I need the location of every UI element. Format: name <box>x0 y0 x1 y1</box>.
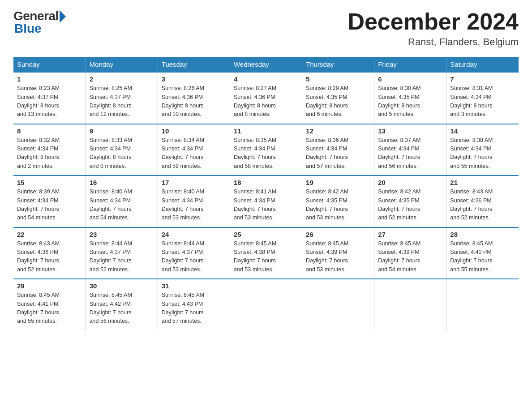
month-title: December 2024 <box>348 9 519 34</box>
calendar-week-row: 29Sunrise: 8:45 AM Sunset: 4:41 PM Dayli… <box>13 279 519 330</box>
day-number: 28 <box>450 231 515 238</box>
day-info: Sunrise: 8:45 AM Sunset: 4:40 PM Dayligh… <box>450 240 515 274</box>
day-of-week-header: Friday <box>374 57 446 72</box>
calendar-week-row: 22Sunrise: 8:43 AM Sunset: 4:36 PM Dayli… <box>13 227 519 279</box>
day-number: 6 <box>378 75 442 83</box>
calendar-day-cell: 5Sunrise: 8:29 AM Sunset: 4:35 PM Daylig… <box>302 72 374 124</box>
day-number: 26 <box>306 231 370 238</box>
calendar-day-cell <box>302 279 374 330</box>
day-number: 20 <box>378 179 442 186</box>
calendar-day-cell: 13Sunrise: 8:37 AM Sunset: 4:34 PM Dayli… <box>374 124 446 176</box>
day-info: Sunrise: 8:32 AM Sunset: 4:34 PM Dayligh… <box>17 136 82 171</box>
day-info: Sunrise: 8:45 AM Sunset: 4:39 PM Dayligh… <box>306 240 370 274</box>
calendar-day-cell <box>230 279 302 330</box>
calendar-day-cell: 10Sunrise: 8:34 AM Sunset: 4:34 PM Dayli… <box>158 124 230 176</box>
day-number: 10 <box>162 127 226 135</box>
calendar-day-cell <box>446 279 519 330</box>
calendar-day-cell: 23Sunrise: 8:44 AM Sunset: 4:37 PM Dayli… <box>86 227 158 279</box>
day-number: 17 <box>162 179 226 186</box>
day-number: 5 <box>306 75 370 83</box>
calendar-day-cell: 6Sunrise: 8:30 AM Sunset: 4:35 PM Daylig… <box>374 72 446 124</box>
day-number: 9 <box>90 127 154 135</box>
calendar-day-cell: 3Sunrise: 8:26 AM Sunset: 4:36 PM Daylig… <box>158 72 230 124</box>
calendar-day-cell: 21Sunrise: 8:43 AM Sunset: 4:36 PM Dayli… <box>446 176 519 227</box>
day-number: 29 <box>17 282 82 290</box>
day-number: 16 <box>90 179 154 186</box>
calendar-day-cell: 27Sunrise: 8:45 AM Sunset: 4:39 PM Dayli… <box>374 227 446 279</box>
day-number: 7 <box>450 75 515 83</box>
day-number: 8 <box>17 127 82 135</box>
day-info: Sunrise: 8:44 AM Sunset: 4:37 PM Dayligh… <box>90 240 154 274</box>
calendar-day-cell: 9Sunrise: 8:33 AM Sunset: 4:34 PM Daylig… <box>86 124 158 176</box>
day-info: Sunrise: 8:40 AM Sunset: 4:34 PM Dayligh… <box>90 188 154 223</box>
day-number: 3 <box>162 75 226 83</box>
calendar-day-cell: 22Sunrise: 8:43 AM Sunset: 4:36 PM Dayli… <box>13 227 86 279</box>
day-number: 13 <box>378 127 442 135</box>
day-number: 19 <box>306 179 370 186</box>
calendar-day-cell: 12Sunrise: 8:36 AM Sunset: 4:34 PM Dayli… <box>302 124 374 176</box>
calendar-day-cell: 14Sunrise: 8:38 AM Sunset: 4:34 PM Dayli… <box>446 124 519 176</box>
day-of-week-header: Sunday <box>13 57 86 72</box>
page-header: General Blue December 2024 Ranst, Flande… <box>13 9 519 48</box>
day-info: Sunrise: 8:31 AM Sunset: 4:34 PM Dayligh… <box>450 84 515 119</box>
day-info: Sunrise: 8:44 AM Sunset: 4:37 PM Dayligh… <box>162 240 226 274</box>
day-number: 21 <box>450 179 515 186</box>
day-number: 11 <box>234 127 298 135</box>
day-info: Sunrise: 8:40 AM Sunset: 4:34 PM Dayligh… <box>162 188 226 223</box>
day-info: Sunrise: 8:43 AM Sunset: 4:36 PM Dayligh… <box>17 240 82 274</box>
calendar-day-cell: 4Sunrise: 8:27 AM Sunset: 4:36 PM Daylig… <box>230 72 302 124</box>
day-info: Sunrise: 8:45 AM Sunset: 4:38 PM Dayligh… <box>234 240 298 274</box>
calendar-day-cell: 1Sunrise: 8:23 AM Sunset: 4:37 PM Daylig… <box>13 72 86 124</box>
calendar-day-cell: 7Sunrise: 8:31 AM Sunset: 4:34 PM Daylig… <box>446 72 519 124</box>
calendar-week-row: 1Sunrise: 8:23 AM Sunset: 4:37 PM Daylig… <box>13 72 519 124</box>
day-number: 15 <box>17 179 82 186</box>
calendar-header-row: SundayMondayTuesdayWednesdayThursdayFrid… <box>13 57 519 72</box>
day-info: Sunrise: 8:26 AM Sunset: 4:36 PM Dayligh… <box>162 84 226 119</box>
day-number: 27 <box>378 231 442 238</box>
logo-arrow-icon <box>60 10 66 23</box>
day-info: Sunrise: 8:39 AM Sunset: 4:34 PM Dayligh… <box>17 188 82 223</box>
day-info: Sunrise: 8:33 AM Sunset: 4:34 PM Dayligh… <box>90 136 154 171</box>
title-section: December 2024 Ranst, Flanders, Belgium <box>348 9 519 48</box>
day-info: Sunrise: 8:45 AM Sunset: 4:43 PM Dayligh… <box>162 291 226 326</box>
calendar-table: SundayMondayTuesdayWednesdayThursdayFrid… <box>13 57 519 330</box>
day-number: 22 <box>17 231 82 238</box>
day-info: Sunrise: 8:36 AM Sunset: 4:34 PM Dayligh… <box>306 136 370 171</box>
day-of-week-header: Monday <box>86 57 158 72</box>
day-number: 25 <box>234 231 298 238</box>
day-of-week-header: Thursday <box>302 57 374 72</box>
day-info: Sunrise: 8:45 AM Sunset: 4:41 PM Dayligh… <box>17 291 82 326</box>
day-number: 4 <box>234 75 298 83</box>
logo-blue-text: Blue <box>14 21 42 36</box>
calendar-day-cell: 18Sunrise: 8:41 AM Sunset: 4:34 PM Dayli… <box>230 176 302 227</box>
logo: General Blue <box>13 9 66 36</box>
day-info: Sunrise: 8:34 AM Sunset: 4:34 PM Dayligh… <box>162 136 226 171</box>
calendar-day-cell: 16Sunrise: 8:40 AM Sunset: 4:34 PM Dayli… <box>86 176 158 227</box>
day-number: 18 <box>234 179 298 186</box>
calendar-day-cell <box>374 279 446 330</box>
calendar-day-cell: 8Sunrise: 8:32 AM Sunset: 4:34 PM Daylig… <box>13 124 86 176</box>
day-info: Sunrise: 8:29 AM Sunset: 4:35 PM Dayligh… <box>306 84 370 119</box>
day-number: 23 <box>90 231 154 238</box>
day-number: 2 <box>90 75 154 83</box>
day-info: Sunrise: 8:42 AM Sunset: 4:35 PM Dayligh… <box>378 188 442 223</box>
day-info: Sunrise: 8:30 AM Sunset: 4:35 PM Dayligh… <box>378 84 442 119</box>
day-info: Sunrise: 8:43 AM Sunset: 4:36 PM Dayligh… <box>450 188 515 223</box>
day-number: 1 <box>17 75 82 83</box>
day-of-week-header: Wednesday <box>230 57 302 72</box>
calendar-day-cell: 2Sunrise: 8:25 AM Sunset: 4:37 PM Daylig… <box>86 72 158 124</box>
day-info: Sunrise: 8:25 AM Sunset: 4:37 PM Dayligh… <box>90 84 154 119</box>
calendar-day-cell: 19Sunrise: 8:42 AM Sunset: 4:35 PM Dayli… <box>302 176 374 227</box>
calendar-day-cell: 25Sunrise: 8:45 AM Sunset: 4:38 PM Dayli… <box>230 227 302 279</box>
day-info: Sunrise: 8:27 AM Sunset: 4:36 PM Dayligh… <box>234 84 298 119</box>
day-of-week-header: Saturday <box>446 57 519 72</box>
day-number: 14 <box>450 127 515 135</box>
calendar-day-cell: 29Sunrise: 8:45 AM Sunset: 4:41 PM Dayli… <box>13 279 86 330</box>
day-info: Sunrise: 8:35 AM Sunset: 4:34 PM Dayligh… <box>234 136 298 171</box>
calendar-day-cell: 20Sunrise: 8:42 AM Sunset: 4:35 PM Dayli… <box>374 176 446 227</box>
calendar-day-cell: 26Sunrise: 8:45 AM Sunset: 4:39 PM Dayli… <box>302 227 374 279</box>
day-number: 12 <box>306 127 370 135</box>
day-info: Sunrise: 8:38 AM Sunset: 4:34 PM Dayligh… <box>450 136 515 171</box>
calendar-week-row: 15Sunrise: 8:39 AM Sunset: 4:34 PM Dayli… <box>13 176 519 227</box>
calendar-day-cell: 15Sunrise: 8:39 AM Sunset: 4:34 PM Dayli… <box>13 176 86 227</box>
